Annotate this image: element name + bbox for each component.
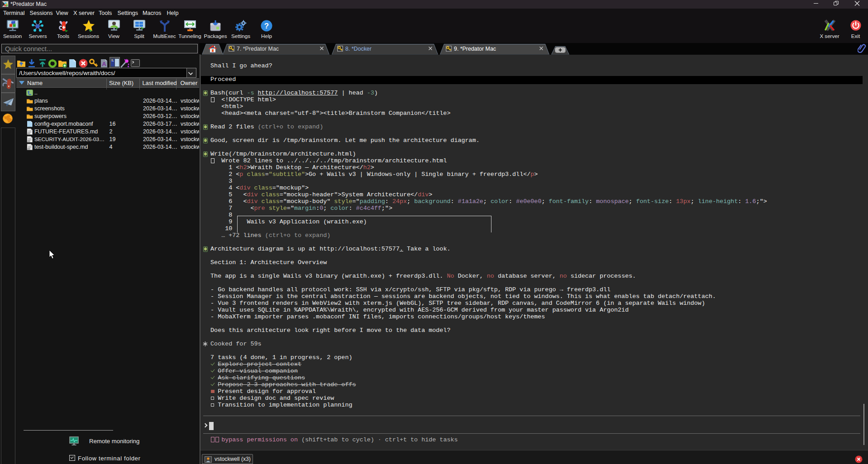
svg-text:A: A (102, 60, 106, 67)
svg-text:?: ? (264, 22, 269, 30)
